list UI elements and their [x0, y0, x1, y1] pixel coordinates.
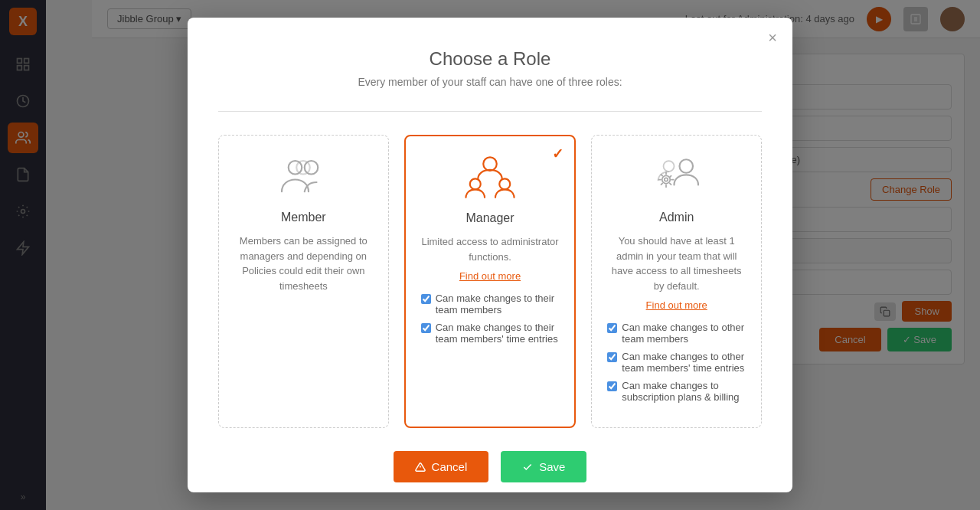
svg-point-20: [663, 161, 674, 172]
svg-point-22: [664, 178, 667, 181]
svg-point-21: [662, 175, 670, 184]
manager-role-desc: Limited access to administrator function…: [421, 234, 560, 264]
save-button[interactable]: Save: [501, 451, 586, 482]
admin-find-out-more[interactable]: Find out more: [646, 299, 707, 311]
role-card-member[interactable]: Member Members can be assigned to manage…: [218, 135, 389, 428]
cancel-icon: [415, 462, 426, 472]
manager-feature-2-checkbox[interactable]: [421, 323, 431, 333]
modal-title: Choose a Role: [218, 48, 762, 70]
role-card-admin[interactable]: Admin You should have at least 1 admin i…: [591, 135, 762, 428]
cancel-label: Cancel: [432, 460, 468, 473]
modal-close-button[interactable]: ×: [768, 30, 777, 45]
svg-point-19: [679, 159, 693, 173]
svg-point-17: [470, 178, 481, 189]
svg-point-13: [289, 161, 302, 175]
cancel-button[interactable]: Cancel: [394, 451, 489, 482]
modal-buttons: Cancel Save: [218, 451, 762, 482]
admin-role-desc: You should have at least 1 admin in your…: [607, 234, 746, 293]
modal-subtitle: Every member of your staff can have one …: [218, 76, 762, 88]
manager-feature-1-checkbox[interactable]: [421, 294, 431, 304]
modal-divider: [218, 111, 762, 112]
admin-feature-2-checkbox[interactable]: [607, 352, 617, 362]
modal-overlay: × Choose a Role Every member of your sta…: [0, 0, 980, 510]
manager-feature-2: Can make changes to their team members' …: [421, 322, 560, 345]
role-card-manager[interactable]: Manager Limited access to administrator …: [404, 135, 577, 428]
roles-container: Member Members can be assigned to manage…: [218, 135, 762, 428]
save-icon: [522, 462, 533, 472]
admin-feature-3: Can make changes to subscription plans &…: [607, 380, 746, 403]
admin-icon: [650, 154, 704, 200]
svg-point-14: [305, 161, 318, 175]
svg-point-15: [297, 161, 311, 175]
admin-feature-2: Can make changes to other team members' …: [607, 351, 746, 374]
manager-find-out-more[interactable]: Find out more: [459, 270, 521, 282]
member-icon: [276, 154, 330, 200]
admin-feature-1-checkbox[interactable]: [607, 323, 617, 333]
modal: × Choose a Role Every member of your sta…: [188, 18, 792, 492]
manager-icon: [463, 155, 517, 201]
member-role-desc: Members can be assigned to managers and …: [234, 234, 373, 293]
member-role-name: Member: [281, 211, 326, 224]
svg-point-16: [483, 157, 497, 171]
admin-feature-1: Can make changes to other team members: [607, 322, 746, 345]
admin-feature-3-checkbox[interactable]: [607, 381, 617, 391]
manager-role-name: Manager: [466, 211, 514, 225]
save-label: Save: [539, 460, 565, 473]
svg-point-18: [499, 178, 510, 189]
manager-feature-1: Can make changes to their team members: [421, 293, 560, 315]
admin-role-name: Admin: [659, 211, 694, 224]
